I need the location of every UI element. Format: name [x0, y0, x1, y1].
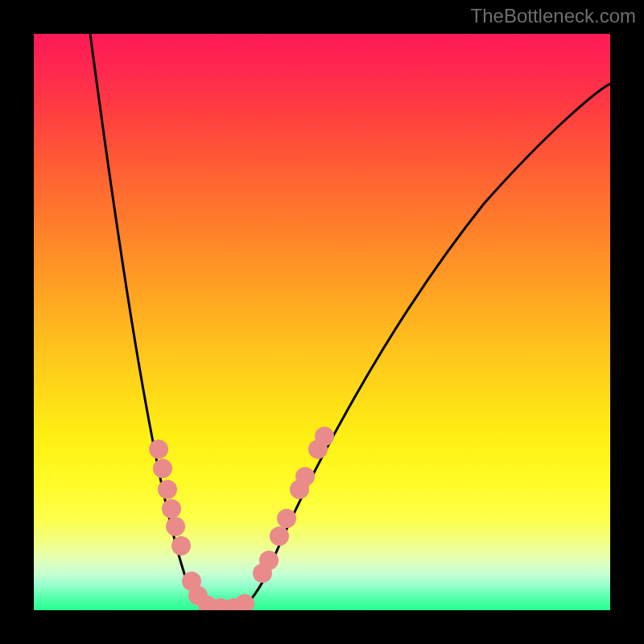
dot: [162, 499, 181, 518]
chart-svg: [34, 34, 610, 610]
dot: [171, 536, 191, 555]
dot: [277, 509, 296, 528]
dots-bottom-group: [198, 594, 254, 610]
dot: [149, 440, 168, 459]
dot: [295, 467, 315, 486]
dot: [235, 594, 254, 610]
dot: [166, 517, 185, 536]
dot: [153, 459, 172, 478]
dot: [315, 427, 334, 446]
plot-area: [34, 34, 610, 610]
dots-right-group: [253, 427, 334, 583]
dot: [270, 526, 289, 546]
dot: [158, 480, 177, 499]
dots-left-group: [149, 440, 208, 605]
watermark-text: TheBottleneck.com: [471, 5, 636, 27]
chart-frame: TheBottleneck.com: [0, 0, 644, 644]
dot: [259, 551, 279, 570]
